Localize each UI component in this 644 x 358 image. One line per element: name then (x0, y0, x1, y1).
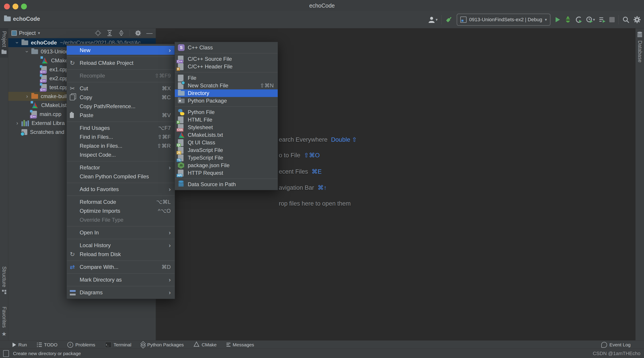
menu-item-recompile[interactable]: Recompile⇧⌘F9 (67, 71, 175, 80)
menu-item-label: Cut (80, 85, 88, 92)
tool-window-button-python-packages[interactable]: Python Packages (141, 342, 184, 348)
submenu-item-c-class[interactable]: SC++ Class (175, 44, 278, 51)
menu-item-label: C/C++ Header File (188, 63, 232, 70)
tool-window-button-problems[interactable]: !Problems (67, 342, 95, 348)
submenu-item-stylesheet[interactable]: CSSStylesheet (175, 124, 278, 131)
menu-item-find-usages[interactable]: Find Usages⌥F7 (67, 124, 175, 133)
toolbar-divider (441, 15, 442, 24)
tool-window-button-label: Problems (76, 342, 95, 348)
file-ts-slot: TS (178, 155, 188, 161)
stripe-tab-project[interactable]: Project (0, 28, 8, 58)
gear-icon[interactable] (135, 30, 142, 36)
menu-item-inspect-code[interactable]: Inspect Code... (67, 150, 175, 159)
submenu-item-c-c-header-file[interactable]: HC/C++ Header File (175, 63, 278, 70)
submenu-item-cmakelists-txt[interactable]: CMakeLists.txt (175, 131, 278, 139)
hide-icon[interactable]: — (146, 32, 152, 34)
submenu-item-directory[interactable]: Directory (175, 89, 278, 97)
run-config-icon (460, 16, 466, 23)
submenu-item-javascript-file[interactable]: JSJavaScript File (175, 146, 278, 154)
event-log-button[interactable]: Event Log (601, 342, 630, 348)
cpp-file-icon: C++ (41, 66, 47, 73)
menu-item-find-in-files[interactable]: Find in Files...⇧⌘F (67, 133, 175, 142)
menu-item-reload-from-disk[interactable]: ↻Reload from Disk (67, 250, 175, 259)
run-configuration-select[interactable]: 0913-UnionFindSets-ex2 | Debug ▾ (457, 14, 550, 26)
locate-icon[interactable] (95, 30, 101, 36)
menu-item-label: Find in Files... (80, 134, 113, 140)
tree-chevron-icon[interactable]: › (14, 38, 20, 47)
tool-window-buttons: RunTODO!Problems›_TerminalPython Package… (12, 341, 254, 348)
star-icon: ★ (1, 331, 6, 338)
debug-button[interactable] (564, 16, 572, 23)
menu-item-shortcut: ⇧⌘F (158, 134, 171, 140)
menu-item-add-to-favorites[interactable]: Add to Favorites› (67, 185, 175, 194)
stripe-tab-structure[interactable]: Structure (0, 266, 8, 294)
stripe-tab-database[interactable]: Database (636, 28, 644, 62)
menu-item-override-file-type[interactable]: Override File Type (67, 215, 175, 224)
tree-item-label: test.cpp (50, 84, 68, 91)
submenu-item-http-request[interactable]: APIHTTP Request (175, 169, 278, 177)
submenu-item-c-c-source-file[interactable]: C++C/C++ Source File (175, 55, 278, 63)
menu-item-reload-cmake-project[interactable]: ↻Reload CMake Project (67, 59, 175, 67)
menu-separator (67, 69, 174, 69)
menu-item-replace-in-files[interactable]: Replace in Files...⇧⌘R (67, 142, 175, 150)
submenu-item-qt-ui-class[interactable]: QtQt UI Class (175, 139, 278, 146)
tree-chevron-icon[interactable]: › (23, 93, 31, 99)
run-tasks-button[interactable] (598, 16, 606, 23)
menu-item-mark-directory-as[interactable]: Mark Directory as› (67, 275, 175, 284)
menu-item-shortcut: ⌘D (162, 264, 171, 270)
submenu-item-package-json-file[interactable]: JSpackage.json File (175, 162, 278, 169)
chevron-down-icon[interactable]: ▾ (38, 31, 40, 35)
tree-item-label: 0913-Union (41, 48, 68, 55)
tree-chevron-icon[interactable]: › (24, 47, 30, 56)
search-everywhere-button[interactable] (622, 16, 630, 23)
menu-item-label: File (188, 75, 196, 81)
build-button[interactable] (445, 16, 453, 24)
submenu-item-python-package[interactable]: Python Package (175, 97, 278, 105)
cpp-file-icon: C++ (31, 111, 37, 118)
collapse-all-icon[interactable] (118, 30, 125, 36)
ide-window: echoCode echoCode ▾ 0913-UnionFindSets-e… (0, 0, 644, 358)
expand-all-icon[interactable] (106, 30, 113, 36)
tool-window-button-terminal[interactable]: ›_Terminal (105, 342, 131, 348)
menu-item-diagrams[interactable]: Diagrams› (67, 288, 175, 297)
menu-item-new[interactable]: New› (67, 46, 175, 55)
menu-separator (67, 239, 174, 239)
submenu-item-python-file[interactable]: Python File (175, 108, 278, 116)
menu-item-optimize-imports[interactable]: Optimize Imports^⌥O (67, 206, 175, 215)
submenu-item-new-scratch-file[interactable]: New Scratch File⇧⌘N (175, 82, 278, 89)
menu-item-reformat-code[interactable]: Reformat Code⌥⌘L (67, 197, 175, 206)
folder-icon (31, 49, 38, 54)
menu-separator (67, 273, 174, 274)
http-request-icon: API (178, 170, 184, 177)
run-with-coverage-button[interactable]: ▾ (586, 16, 595, 23)
project-panel-title[interactable]: Project (19, 30, 36, 36)
tool-window-button-messages[interactable]: Messages (226, 342, 254, 348)
menu-item-paste[interactable]: Paste⌘V (67, 111, 175, 120)
tool-window-button-todo[interactable]: TODO (37, 342, 58, 348)
menu-item-compare-with[interactable]: ⇄Compare With...⌘D (67, 263, 175, 272)
menu-item-copy-path-reference[interactable]: Copy Path/Reference... (67, 102, 175, 111)
user-button[interactable]: ▾ (428, 16, 438, 23)
project-folder-icon (4, 16, 11, 21)
profiler-button[interactable] (575, 16, 582, 23)
menu-item-clean-python-compiled-files[interactable]: Clean Python Compiled Files (67, 172, 175, 181)
menu-item-label: Copy (80, 94, 92, 101)
python-package-icon (178, 99, 184, 103)
submenu-item-data-source-in-path[interactable]: Data Source in Path (175, 180, 278, 188)
project-chip[interactable]: echoCode (4, 16, 40, 22)
submenu-item-html-file[interactable]: HHTML File (175, 116, 278, 124)
settings-gear-button[interactable] (633, 16, 641, 23)
menu-item-refactor[interactable]: Refactor› (67, 163, 175, 172)
menu-item-local-history[interactable]: Local History› (67, 241, 175, 250)
menu-item-open-in[interactable]: Open In› (67, 228, 175, 237)
tree-chevron-icon[interactable]: › (13, 120, 22, 126)
menu-item-shortcut: ^⌥O (158, 208, 171, 214)
tool-window-button-cmake[interactable]: CMake (194, 341, 216, 348)
stripe-tab-favorites[interactable]: Favorites ★ (0, 307, 8, 338)
submenu-item-file[interactable]: File (175, 74, 278, 82)
submenu-item-typescript-file[interactable]: TSTypeScript File (175, 154, 278, 162)
menu-item-copy[interactable]: Copy⌘C (67, 93, 175, 102)
run-button[interactable] (554, 16, 561, 23)
menu-item-cut[interactable]: ✂Cut⌘X (67, 84, 175, 93)
tool-window-button-run[interactable]: Run (12, 342, 27, 348)
